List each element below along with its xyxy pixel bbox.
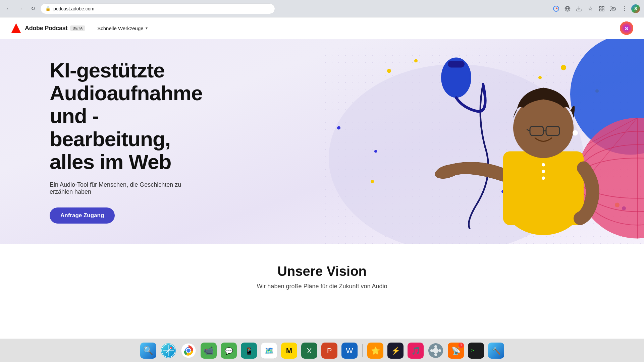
dock-facetime[interactable]: 📹 — [200, 342, 217, 359]
svg-point-83 — [434, 353, 437, 356]
svg-point-5 — [610, 10, 611, 10]
dock-system-prefs[interactable] — [427, 342, 444, 359]
dock-finder[interactable]: 🔍 — [140, 342, 157, 359]
dock-reeder[interactable]: ⭐ — [367, 342, 384, 359]
dock-terminal[interactable]: >_ — [467, 342, 485, 359]
hero-section: KI-gestützte Audioaufnahme und -bearbeit… — [0, 39, 644, 244]
vision-section: Unsere Vision Wir haben große Pläne für … — [0, 244, 644, 303]
menu-btn[interactable]: ⋮ — [620, 4, 629, 13]
dock-rss[interactable]: 📡 1 — [447, 342, 465, 359]
svg-text:S: S — [625, 26, 628, 31]
svg-point-16 — [371, 180, 374, 183]
svg-text:📹: 📹 — [204, 346, 214, 355]
svg-text:M: M — [286, 347, 292, 355]
hero-subtitle: Ein Audio-Tool für Menschen, die Geschic… — [50, 181, 201, 195]
dock-whatsapp[interactable]: 📱 — [240, 342, 258, 359]
hero-content: KI-gestützte Audioaufnahme und -bearbeit… — [0, 39, 228, 244]
hero-svg-illustration — [322, 39, 644, 244]
extensions-btn[interactable] — [597, 4, 606, 13]
svg-point-44 — [542, 176, 545, 180]
user-avatar[interactable]: S — [620, 21, 633, 35]
svg-text:W: W — [346, 347, 353, 355]
download-btn[interactable] — [574, 4, 584, 13]
svg-point-81 — [433, 348, 438, 353]
forward-button[interactable]: → — [16, 4, 25, 13]
svg-text:🔍: 🔍 — [143, 346, 153, 355]
dock-spark[interactable]: ⚡ — [387, 342, 404, 359]
svg-marker-7 — [11, 23, 21, 33]
address-bar[interactable]: 🔒 podcast.adobe.com — [40, 3, 275, 14]
dock-divider — [362, 344, 363, 357]
svg-text:📱: 📱 — [245, 347, 253, 355]
svg-text:🔨: 🔨 — [491, 346, 501, 355]
quick-tools-label: Schnelle Werkzeuge — [97, 25, 143, 31]
svg-text:>_: >_ — [471, 348, 477, 353]
dock-chrome[interactable] — [180, 342, 197, 359]
dock-xcode[interactable]: 🔨 — [487, 342, 505, 359]
dock-miro[interactable]: M — [280, 342, 298, 359]
dock-word[interactable]: W — [341, 342, 358, 359]
svg-point-84 — [430, 349, 433, 352]
dock-messages[interactable]: 💬 — [220, 342, 237, 359]
svg-rect-3 — [599, 9, 601, 11]
svg-point-14 — [561, 65, 566, 70]
svg-rect-1 — [599, 6, 601, 8]
translate-btn[interactable] — [563, 4, 572, 13]
svg-text:⚡: ⚡ — [391, 346, 400, 355]
dock-music[interactable]: 🎵 — [407, 342, 424, 359]
dock-powerpoint[interactable]: P — [321, 342, 338, 359]
reload-button[interactable]: ↻ — [28, 4, 38, 13]
hero-illustration — [322, 39, 644, 244]
lock-icon: 🔒 — [45, 6, 51, 11]
svg-point-43 — [542, 170, 545, 173]
svg-rect-34 — [448, 61, 465, 67]
cast-btn[interactable] — [608, 4, 618, 13]
svg-point-13 — [538, 76, 542, 79]
vision-subtitle: Wir haben große Pläne für die Zukunft vo… — [11, 283, 633, 290]
adobe-logo-icon — [11, 23, 21, 34]
svg-point-57 — [186, 349, 191, 353]
svg-point-45 — [573, 130, 578, 135]
svg-text:💬: 💬 — [224, 347, 233, 355]
svg-point-20 — [374, 150, 377, 153]
svg-text:⭐: ⭐ — [371, 346, 380, 355]
svg-rect-4 — [602, 9, 604, 11]
svg-rect-33 — [443, 64, 470, 91]
brand-name: Adobe Podcast — [25, 25, 67, 32]
google-icon-btn[interactable] — [551, 4, 561, 13]
bookmark-btn[interactable]: ☆ — [586, 4, 595, 13]
svg-point-82 — [434, 345, 437, 348]
svg-point-11 — [387, 69, 391, 73]
quick-tools-menu[interactable]: Schnelle Werkzeuge ▾ — [96, 23, 149, 33]
browser-toolbar-right: ☆ ⋮ S — [551, 4, 640, 13]
chevron-down-icon: ▾ — [146, 26, 148, 31]
mac-dock: 🔍 📹 💬 📱 🗺️ M X P W ⭐ ⚡ — [0, 339, 644, 362]
svg-point-12 — [414, 59, 418, 62]
svg-point-42 — [542, 163, 545, 166]
hero-title: KI-gestützte Audioaufnahme und -bearbeit… — [50, 59, 201, 173]
svg-text:🎵: 🎵 — [411, 346, 420, 355]
vision-title: Unsere Vision — [11, 264, 633, 279]
nav-brand: Adobe Podcast BETA — [11, 23, 85, 34]
beta-badge: BETA — [70, 25, 85, 31]
svg-text:P: P — [327, 347, 332, 355]
svg-text:📡: 📡 — [451, 346, 461, 355]
svg-point-19 — [337, 126, 340, 129]
browser-chrome: ← → ↻ 🔒 podcast.adobe.com ☆ ⋮ S — [0, 0, 644, 17]
dock-safari[interactable] — [160, 342, 177, 359]
svg-rect-2 — [602, 6, 604, 8]
svg-point-85 — [438, 349, 441, 352]
back-button[interactable]: ← — [4, 4, 13, 13]
dock-excel[interactable]: X — [301, 342, 318, 359]
dock-maps[interactable]: 🗺️ — [260, 342, 278, 359]
svg-text:🗺️: 🗺️ — [264, 346, 274, 355]
profile-avatar[interactable]: S — [631, 4, 640, 13]
svg-rect-36 — [503, 151, 584, 225]
url-text: podcast.adobe.com — [53, 6, 94, 11]
cta-button[interactable]: Anfrage Zugang — [50, 207, 115, 224]
svg-text:X: X — [307, 347, 312, 355]
site-nav: Adobe Podcast BETA Schnelle Werkzeuge ▾ … — [0, 17, 644, 39]
